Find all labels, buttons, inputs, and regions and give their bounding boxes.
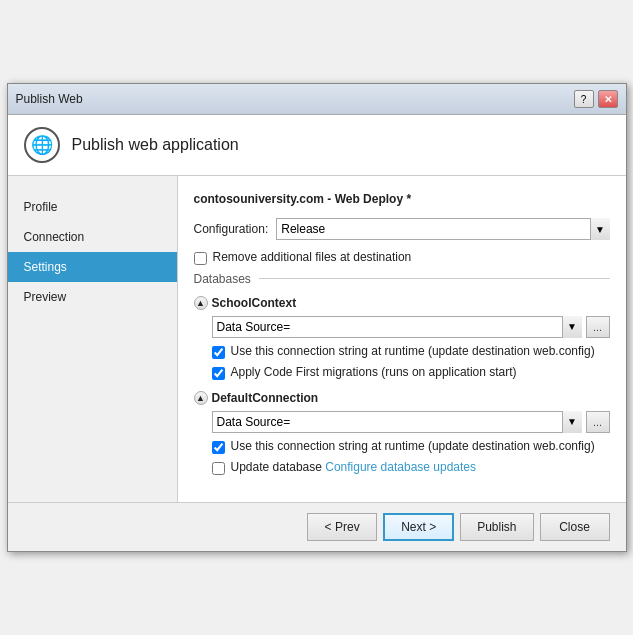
- school-use-connection-checkbox[interactable]: [212, 346, 225, 359]
- school-context-section: ▲ SchoolContext Data Source= ▼ ...: [194, 296, 610, 381]
- remove-files-row: Remove additional files at destination: [194, 250, 610, 266]
- close-button[interactable]: Close: [540, 513, 610, 541]
- configuration-label: Configuration:: [194, 222, 269, 236]
- school-context-options: Use this connection string at runtime (u…: [194, 344, 610, 381]
- window-title: Publish Web: [16, 92, 83, 106]
- school-context-select-wrapper: Data Source= ▼: [212, 316, 582, 338]
- school-context-datasource-row: Data Source= ▼ ...: [194, 316, 610, 338]
- globe-icon: 🌐: [24, 127, 60, 163]
- close-window-button[interactable]: ✕: [598, 90, 618, 108]
- configuration-row: Configuration: Release Debug ▼: [194, 218, 610, 240]
- default-use-connection-checkbox[interactable]: [212, 441, 225, 454]
- sidebar: Profile Connection Settings Preview: [8, 176, 178, 502]
- default-connection-options: Use this connection string at runtime (u…: [194, 439, 610, 476]
- main-content: contosouniversity.com - Web Deploy * Con…: [178, 176, 626, 502]
- school-use-connection-row: Use this connection string at runtime (u…: [212, 344, 610, 360]
- default-update-db-label: Update database Configure database updat…: [231, 460, 477, 476]
- title-bar: Publish Web ? ✕: [8, 84, 626, 115]
- title-bar-left: Publish Web: [16, 92, 83, 106]
- school-context-collapse-btn[interactable]: ▲: [194, 296, 208, 310]
- remove-files-checkbox[interactable]: [194, 252, 207, 265]
- sidebar-item-profile[interactable]: Profile: [8, 192, 177, 222]
- next-button[interactable]: Next >: [383, 513, 454, 541]
- databases-section-title: Databases: [194, 272, 610, 286]
- school-context-header: ▲ SchoolContext: [194, 296, 610, 310]
- default-update-db-row: Update database Configure database updat…: [212, 460, 610, 476]
- school-context-browse-btn[interactable]: ...: [586, 316, 610, 338]
- default-connection-browse-btn[interactable]: ...: [586, 411, 610, 433]
- help-button[interactable]: ?: [574, 90, 594, 108]
- sidebar-item-preview[interactable]: Preview: [8, 282, 177, 312]
- configure-database-updates-link[interactable]: Configure database updates: [325, 460, 476, 474]
- school-apply-migrations-checkbox[interactable]: [212, 367, 225, 380]
- configuration-select-wrapper: Release Debug ▼: [276, 218, 609, 240]
- default-use-connection-label: Use this connection string at runtime (u…: [231, 439, 595, 455]
- header-title: Publish web application: [72, 136, 239, 154]
- school-context-select[interactable]: Data Source=: [212, 316, 582, 338]
- default-connection-section: ▲ DefaultConnection Data Source= ▼ ...: [194, 391, 610, 476]
- publish-web-window: Publish Web ? ✕ 🌐 Publish web applicatio…: [7, 83, 627, 552]
- default-connection-select[interactable]: Data Source=: [212, 411, 582, 433]
- title-bar-controls: ? ✕: [574, 90, 618, 108]
- school-use-connection-label: Use this connection string at runtime (u…: [231, 344, 595, 360]
- remove-files-label: Remove additional files at destination: [213, 250, 412, 266]
- content-area: Profile Connection Settings Preview cont…: [8, 176, 626, 502]
- default-connection-collapse-btn[interactable]: ▲: [194, 391, 208, 405]
- default-connection-name: DefaultConnection: [212, 391, 319, 405]
- default-connection-header: ▲ DefaultConnection: [194, 391, 610, 405]
- sidebar-item-settings[interactable]: Settings: [8, 252, 177, 282]
- default-connection-select-wrapper: Data Source= ▼: [212, 411, 582, 433]
- default-use-connection-row: Use this connection string at runtime (u…: [212, 439, 610, 455]
- publish-button[interactable]: Publish: [460, 513, 533, 541]
- default-connection-datasource-row: Data Source= ▼ ...: [194, 411, 610, 433]
- header-area: 🌐 Publish web application: [8, 115, 626, 176]
- prev-button[interactable]: < Prev: [307, 513, 377, 541]
- default-update-db-checkbox[interactable]: [212, 462, 225, 475]
- footer: < Prev Next > Publish Close: [8, 502, 626, 551]
- connection-title: contosouniversity.com - Web Deploy *: [194, 192, 610, 206]
- school-apply-migrations-row: Apply Code First migrations (runs on app…: [212, 365, 610, 381]
- configuration-select[interactable]: Release Debug: [276, 218, 609, 240]
- sidebar-item-connection[interactable]: Connection: [8, 222, 177, 252]
- school-apply-migrations-label: Apply Code First migrations (runs on app…: [231, 365, 517, 381]
- school-context-name: SchoolContext: [212, 296, 297, 310]
